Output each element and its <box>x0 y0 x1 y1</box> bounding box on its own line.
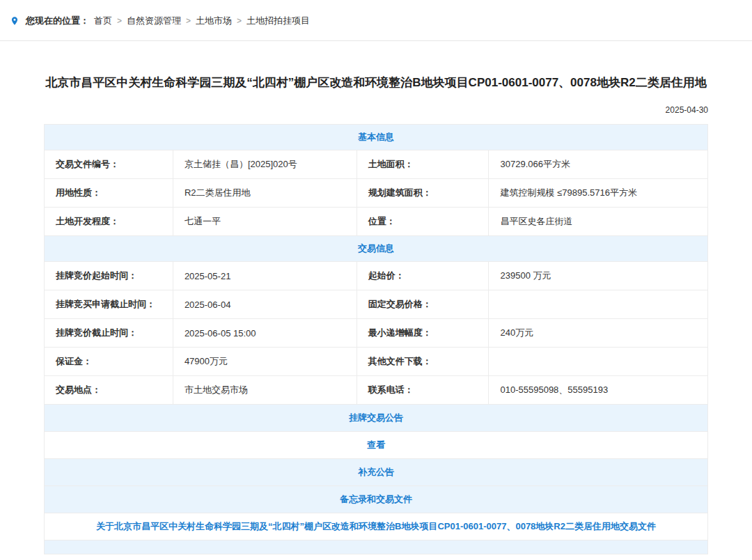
view-row: 查看 <box>45 432 708 459</box>
clipped-row-cell <box>45 540 708 554</box>
land-info-table: 基本信息 交易文件编号： 京土储挂（昌）[2025]020号 土地面积： 307… <box>44 124 708 554</box>
trade-doc-link[interactable]: 关于北京市昌平区中关村生命科学园三期及“北四村”棚户区改造和环境整治B地块项目C… <box>96 521 656 531</box>
publish-date: 2025-04-30 <box>44 105 708 115</box>
view-link[interactable]: 查看 <box>367 440 385 450</box>
breadcrumb-prefix: 您现在的位置： <box>26 15 89 27</box>
supplement-notice-link[interactable]: 补充公告 <box>358 467 394 477</box>
field-label: 交易地点： <box>45 376 173 405</box>
section-basic-info-title: 基本信息 <box>45 125 708 150</box>
section-trade-info-title: 交易信息 <box>45 236 708 262</box>
breadcrumb-separator: > <box>237 16 242 26</box>
field-value: 市土地交易市场 <box>173 376 357 405</box>
field-label: 最小递增幅度： <box>357 319 489 348</box>
listing-notice-link[interactable]: 挂牌交易公告 <box>349 412 403 423</box>
field-value: 京土储挂（昌）[2025]020号 <box>173 150 357 179</box>
table-row: 挂牌竞买申请截止时间： 2025-06-04 固定交易价格： <box>45 290 708 319</box>
field-label: 挂牌竞价起始时间： <box>45 262 173 290</box>
field-value <box>489 348 708 376</box>
field-label: 位置： <box>357 208 489 236</box>
breadcrumb-item-land-market[interactable]: 土地市场 <box>196 15 232 27</box>
listing-notice-row: 挂牌交易公告 <box>45 405 708 432</box>
field-value: 2025-06-04 <box>173 290 357 319</box>
clipped-row <box>45 540 708 554</box>
trade-doc-row: 关于北京市昌平区中关村生命科学园三期及“北四村”棚户区改造和环境整治B地块项目C… <box>45 513 708 540</box>
breadcrumb-item-home[interactable]: 首页 <box>94 15 112 27</box>
field-label: 挂牌竞价截止时间： <box>45 319 173 348</box>
table-row: 挂牌竞价起始时间： 2025-05-21 起始价： 239500 万元 <box>45 262 708 290</box>
field-value: R2二类居住用地 <box>173 179 357 208</box>
table-row: 交易地点： 市土地交易市场 联系电话： 010-55595098、5559519… <box>45 376 708 405</box>
field-value: 七通一平 <box>173 208 357 236</box>
field-value: 2025-06-05 15:00 <box>173 319 357 348</box>
table-row: 交易文件编号： 京土储挂（昌）[2025]020号 土地面积： 30729.06… <box>45 150 708 179</box>
field-value: 47900万元 <box>173 348 357 376</box>
field-value: 010-55595098、55595193 <box>489 376 708 405</box>
breadcrumb-item-land-auction: 土地招拍挂项目 <box>246 15 310 27</box>
field-label: 规划建筑面积： <box>357 179 489 208</box>
table-row: 保证金： 47900万元 其他文件下载： <box>45 348 708 376</box>
field-value <box>489 290 708 319</box>
breadcrumb-item-natural-resources[interactable]: 自然资源管理 <box>127 15 181 27</box>
field-label: 土地开发程度： <box>45 208 173 236</box>
field-label: 土地面积： <box>357 150 489 179</box>
table-row: 挂牌竞价截止时间： 2025-06-05 15:00 最小递增幅度： 240万元 <box>45 319 708 348</box>
page-title: 北京市昌平区中关村生命科学园三期及“北四村”棚户区改造和环境整治B地块项目CP0… <box>44 73 708 93</box>
field-label: 固定交易价格： <box>357 290 489 319</box>
location-pin-icon <box>10 15 19 26</box>
memo-docs-row: 备忘录和交易文件 <box>45 486 708 513</box>
field-label: 用地性质： <box>45 179 173 208</box>
supplement-notice-row: 补充公告 <box>45 459 708 486</box>
breadcrumb-separator: > <box>186 16 191 26</box>
table-row: 用地性质： R2二类居住用地 规划建筑面积： 建筑控制规模 ≤79895.571… <box>45 179 708 208</box>
breadcrumb: 您现在的位置： 首页 > 自然资源管理 > 土地市场 > 土地招拍挂项目 <box>0 0 752 40</box>
field-label: 联系电话： <box>357 376 489 405</box>
field-value: 昌平区史各庄街道 <box>489 208 708 236</box>
field-label: 保证金： <box>45 348 173 376</box>
section-trade-info: 交易信息 <box>45 236 708 262</box>
field-value: 30729.066平方米 <box>489 150 708 179</box>
table-row: 土地开发程度： 七通一平 位置： 昌平区史各庄街道 <box>45 208 708 236</box>
field-value: 2025-05-21 <box>173 262 357 290</box>
field-value: 建筑控制规模 ≤79895.5716平方米 <box>489 179 708 208</box>
field-label: 交易文件编号： <box>45 150 173 179</box>
memo-docs-link[interactable]: 备忘录和交易文件 <box>340 494 412 504</box>
section-basic-info: 基本信息 <box>45 125 708 150</box>
breadcrumb-separator: > <box>117 16 122 26</box>
main-content: 北京市昌平区中关村生命科学园三期及“北四村”棚户区改造和环境整治B地块项目CP0… <box>44 41 708 554</box>
field-value: 239500 万元 <box>489 262 708 290</box>
field-value: 240万元 <box>489 319 708 348</box>
field-label: 其他文件下载： <box>357 348 489 376</box>
field-label: 挂牌竞买申请截止时间： <box>45 290 173 319</box>
field-label: 起始价： <box>357 262 489 290</box>
